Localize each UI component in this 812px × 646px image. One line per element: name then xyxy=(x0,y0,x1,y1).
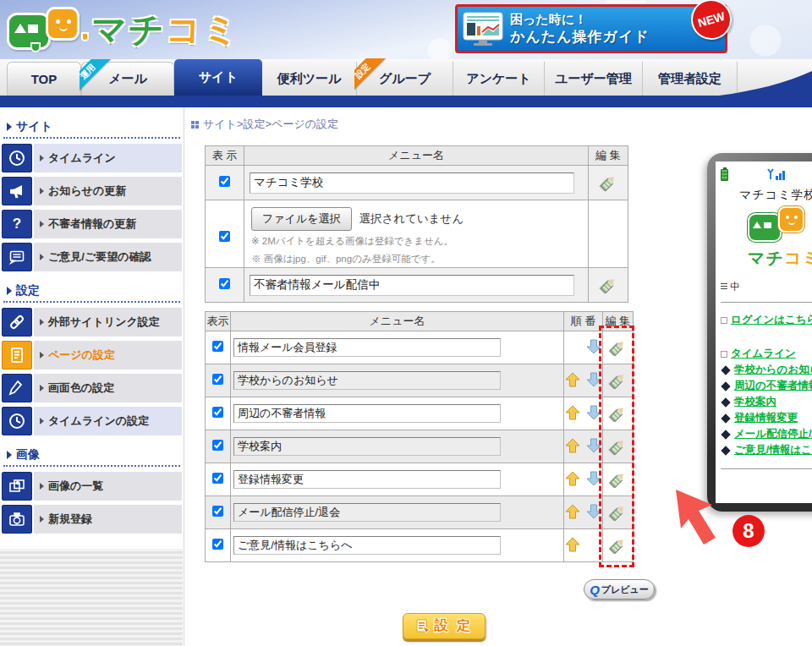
menu-name-input[interactable] xyxy=(233,338,501,357)
guide-banner[interactable]: 困った時に！ かんたん操作ガイド NEW xyxy=(455,4,727,53)
move-down-button[interactable] xyxy=(585,372,602,389)
menu-row xyxy=(206,364,634,397)
tab-tools[interactable]: 便利ツール xyxy=(262,62,357,96)
table-row xyxy=(206,268,628,303)
phone-site-title: マチコミ学校 xyxy=(721,188,812,203)
menu-name-input[interactable] xyxy=(233,503,501,522)
move-up-button[interactable] xyxy=(564,438,581,455)
show-checkbox[interactable] xyxy=(212,440,223,451)
page-icon xyxy=(2,341,32,370)
phone-link: 学校案内 xyxy=(721,394,812,410)
grid-icon xyxy=(191,121,195,124)
move-down-button[interactable] xyxy=(585,471,602,488)
sidebar-item-news-update[interactable]: お知らせの更新 xyxy=(2,177,182,205)
menu-row xyxy=(206,331,634,364)
nav-swoosh xyxy=(719,71,812,96)
edit-button[interactable] xyxy=(607,535,629,556)
move-down-button[interactable] xyxy=(585,405,602,422)
sidebar-item-page-settings[interactable]: ページの設定 xyxy=(2,341,182,370)
machicomi-logo[interactable]: マチコミ xyxy=(7,2,240,57)
sidebar-item-external-links[interactable]: 外部サイトリンク設定 xyxy=(2,308,182,337)
menu-name-input[interactable] xyxy=(233,437,501,456)
tab-top[interactable]: TOP xyxy=(7,62,81,96)
link-icon xyxy=(2,308,32,337)
show-checkbox[interactable] xyxy=(212,539,223,550)
move-down-button[interactable] xyxy=(585,504,602,521)
submit-settings-button[interactable]: 設 定 xyxy=(403,613,486,639)
pen-icon xyxy=(2,374,32,402)
edit-button[interactable] xyxy=(607,403,629,424)
menu-name-input[interactable] xyxy=(233,470,501,489)
table-row: ファイルを選択 選択されていません ※ 2Mバイトを超える画像は登録できません。… xyxy=(206,200,628,268)
edit-button[interactable] xyxy=(607,370,629,391)
sidebar-item-suspicious-update[interactable]: ? 不審者情報の更新 xyxy=(2,210,182,238)
clock-icon xyxy=(2,407,32,435)
menu-name-input[interactable] xyxy=(233,371,501,390)
menu-name-input[interactable] xyxy=(233,536,501,555)
phone-screen: マチコミ学校 マチコミ 中 ログインはこちらから xyxy=(716,162,812,503)
col-menu-name: メニュー名 xyxy=(231,312,564,331)
down-arrow-icon xyxy=(586,504,601,519)
megaphone-icon xyxy=(2,177,32,205)
sidebar-item-image-list[interactable]: 画像の一覧 xyxy=(2,472,182,501)
sidebar-item-color-settings[interactable]: 画面色の設定 xyxy=(2,374,182,402)
menu-name-input[interactable] xyxy=(250,275,574,296)
menu-row xyxy=(206,397,634,430)
sidebar-section-settings: 設定 xyxy=(3,282,180,303)
move-up-button[interactable] xyxy=(564,372,581,389)
logo-green-bubble-icon xyxy=(7,13,51,50)
list-icon xyxy=(721,283,727,291)
phone-link-list: ログインはこちらから タイムライン 学校からのお知らせ 周辺の不審者情報 学校案… xyxy=(721,312,812,458)
pencil-icon xyxy=(610,504,627,521)
phone-preview: マチコミ学校 マチコミ 中 ログインはこちらから xyxy=(707,153,812,512)
edit-button[interactable] xyxy=(597,172,619,193)
edit-button[interactable] xyxy=(607,469,629,490)
logo-green-bubble-icon xyxy=(748,213,782,242)
move-down-button[interactable] xyxy=(585,438,602,455)
question-icon: ? xyxy=(2,210,32,238)
show-checkbox[interactable] xyxy=(219,176,230,187)
edit-button[interactable] xyxy=(607,337,629,358)
bullet-icon xyxy=(721,317,727,324)
divider xyxy=(721,302,812,303)
menu-name-input[interactable] xyxy=(233,404,501,423)
pencil-icon xyxy=(610,537,627,554)
menu-name-input[interactable] xyxy=(250,172,574,194)
up-arrow-icon xyxy=(565,372,580,387)
sidebar-item-timeline-settings[interactable]: タイムラインの設定 xyxy=(2,407,182,435)
show-checkbox[interactable] xyxy=(212,341,223,352)
sidebar-section-site: サイト xyxy=(3,118,180,139)
show-checkbox[interactable] xyxy=(212,473,223,484)
move-up-button[interactable] xyxy=(564,405,581,422)
edit-button[interactable] xyxy=(607,436,629,457)
show-checkbox[interactable] xyxy=(219,278,230,289)
tab-user-management[interactable]: ユーザー管理 xyxy=(545,62,643,96)
file-select-button[interactable]: ファイルを選択 xyxy=(251,207,352,231)
phone-link: ご意見/情報はこちらへ xyxy=(721,442,812,458)
phone-status-line: 中 xyxy=(721,280,812,294)
file-note: ※ 画像はjpg、gif、pngのみ登録可能です。 xyxy=(251,252,588,266)
sidebar-item-new-image[interactable]: 新規登録 xyxy=(2,505,182,534)
show-checkbox[interactable] xyxy=(212,407,223,418)
sidebar-item-timeline[interactable]: タイムライン xyxy=(2,144,182,172)
move-up-button[interactable] xyxy=(564,504,581,521)
menu-row xyxy=(206,430,634,463)
move-up-button[interactable] xyxy=(564,537,581,554)
tab-survey[interactable]: アンケート xyxy=(453,62,545,96)
preview-button[interactable]: Q プレビュー xyxy=(584,579,655,599)
move-up-button[interactable] xyxy=(564,471,581,488)
up-arrow-icon xyxy=(565,438,580,453)
tab-group[interactable]: 設定 グループ xyxy=(357,62,453,96)
tab-site[interactable]: サイト xyxy=(174,59,262,96)
show-checkbox[interactable] xyxy=(219,231,230,242)
edit-button[interactable] xyxy=(597,275,619,295)
main-nav: TOP 運用 メール サイト 便利ツール 設定 グループ アンケート ユーザー管… xyxy=(0,59,812,96)
show-checkbox[interactable] xyxy=(212,506,223,517)
sidebar-item-feedback-check[interactable]: ご意見/ご要望の確認 xyxy=(2,243,182,271)
move-down-button[interactable] xyxy=(585,339,602,356)
show-checkbox[interactable] xyxy=(212,374,223,385)
col-menu-name: メニュー名 xyxy=(244,146,589,166)
pencil-icon xyxy=(610,438,627,455)
edit-button[interactable] xyxy=(607,502,629,523)
tab-mail[interactable]: 運用 メール xyxy=(81,62,174,96)
